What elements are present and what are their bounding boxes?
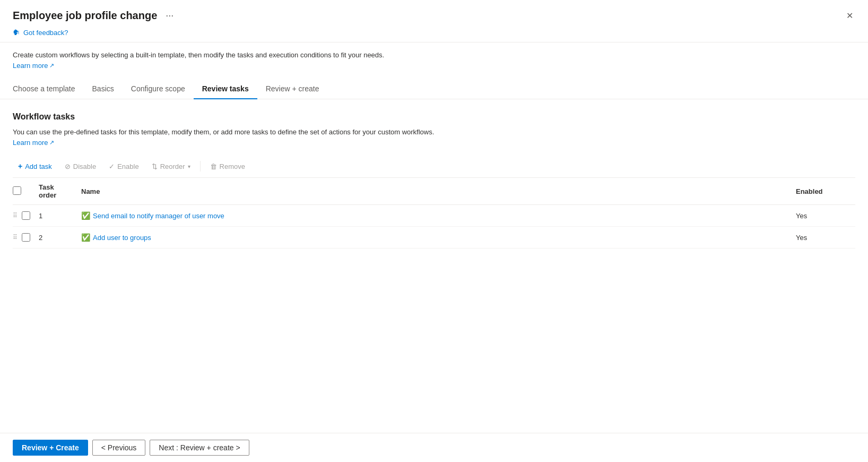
row2-checkbox-cell: ⠿ — [13, 227, 34, 249]
task-table: Task order Name Enabled ⠿ 1 — [13, 178, 855, 249]
reorder-icon: ⇅ — [152, 162, 158, 170]
plus-icon: + — [18, 162, 22, 170]
row2-status-icon: ✅ — [81, 233, 90, 242]
page-title: Employee job profile change — [13, 10, 157, 22]
footer: Review + Create < Previous Next : Review… — [0, 433, 868, 462]
table-row: ⠿ 2 ✅ Add user to groups Yes — [13, 227, 855, 249]
header-name: Name — [77, 178, 792, 205]
trash-icon: 🗑 — [210, 162, 217, 170]
enable-button[interactable]: ✓ Enable — [103, 160, 144, 173]
header-select-all-checkbox[interactable] — [13, 186, 21, 195]
row1-task-link[interactable]: ✅ Send email to notify manager of user m… — [81, 211, 224, 220]
close-button[interactable]: ✕ — [844, 8, 855, 23]
enable-icon: ✓ — [109, 162, 115, 170]
header-left: Employee job profile change ··· — [13, 9, 177, 22]
table-header-row: Task order Name Enabled — [13, 178, 855, 205]
enable-label: Enable — [117, 162, 138, 170]
description-text: Create custom workflows by selecting a b… — [13, 51, 855, 59]
review-create-button[interactable]: Review + Create — [13, 440, 88, 456]
reorder-button[interactable]: ⇅ Reorder ▾ — [146, 160, 196, 173]
row2-task-link[interactable]: ✅ Add user to groups — [81, 233, 151, 242]
main-content: Workflow tasks You can use the pre-defin… — [0, 99, 868, 433]
add-task-button[interactable]: + Add task — [13, 159, 57, 173]
section-title: Workflow tasks — [13, 112, 855, 122]
disable-button[interactable]: ⊘ Disable — [59, 160, 101, 173]
row2-task-order: 2 — [34, 227, 77, 249]
row1-task-name: Send email to notify manager of user mov… — [93, 212, 224, 220]
feedback-icon: 🗣 — [13, 28, 20, 37]
previous-button[interactable]: < Previous — [92, 440, 146, 456]
learn-more-link[interactable]: Learn more — [13, 62, 54, 70]
row2-enabled: Yes — [792, 227, 855, 249]
row1-checkbox[interactable] — [22, 211, 30, 220]
remove-label: Remove — [220, 162, 245, 170]
row1-enabled: Yes — [792, 205, 855, 227]
tab-configure-scope[interactable]: Configure scope — [123, 80, 194, 99]
disable-label: Disable — [73, 162, 96, 170]
section-description: You can use the pre-defined tasks for th… — [13, 128, 855, 136]
reorder-caret-icon: ▾ — [188, 164, 190, 169]
reorder-label: Reorder — [160, 162, 185, 170]
drag-handle-icon[interactable]: ⠿ — [13, 234, 18, 241]
row2-checkbox[interactable] — [22, 233, 30, 242]
task-toolbar: + Add task ⊘ Disable ✓ Enable ⇅ Reorder … — [13, 155, 855, 178]
next-button[interactable]: Next : Review + create > — [150, 440, 249, 456]
row2-task-name: Add user to groups — [93, 234, 151, 242]
disable-icon: ⊘ — [65, 162, 71, 170]
feedback-link[interactable]: Got feedback? — [23, 29, 68, 37]
table-row: ⠿ 1 ✅ Send email to notify manager of us… — [13, 205, 855, 227]
toolbar-separator — [200, 161, 201, 172]
row2-name-cell: ✅ Add user to groups — [77, 227, 792, 249]
row1-name-cell: ✅ Send email to notify manager of user m… — [77, 205, 792, 227]
feedback-bar: 🗣 Got feedback? — [0, 23, 868, 42]
page-header: Employee job profile change ··· ✕ — [0, 0, 868, 23]
row1-status-icon: ✅ — [81, 211, 90, 220]
header-checkbox-cell — [13, 178, 34, 205]
wizard-tabs: Choose a template Basics Configure scope… — [0, 74, 868, 99]
tab-review-create[interactable]: Review + create — [257, 80, 328, 99]
tab-review-tasks[interactable]: Review tasks — [194, 80, 257, 99]
remove-button[interactable]: 🗑 Remove — [205, 160, 250, 173]
row1-checkbox-cell: ⠿ — [13, 205, 34, 227]
add-task-label: Add task — [25, 162, 52, 170]
drag-handle-icon[interactable]: ⠿ — [13, 212, 18, 219]
description-area: Create custom workflows by selecting a b… — [0, 42, 868, 74]
page-wrapper: Employee job profile change ··· ✕ 🗣 Got … — [0, 0, 868, 462]
tab-choose-template[interactable]: Choose a template — [13, 80, 84, 99]
ellipsis-button[interactable]: ··· — [162, 9, 177, 22]
header-task-order: Task order — [34, 178, 77, 205]
header-enabled: Enabled — [792, 178, 855, 205]
section-learn-more-link[interactable]: Learn more — [13, 139, 54, 147]
row1-task-order: 1 — [34, 205, 77, 227]
tab-basics[interactable]: Basics — [84, 80, 123, 99]
